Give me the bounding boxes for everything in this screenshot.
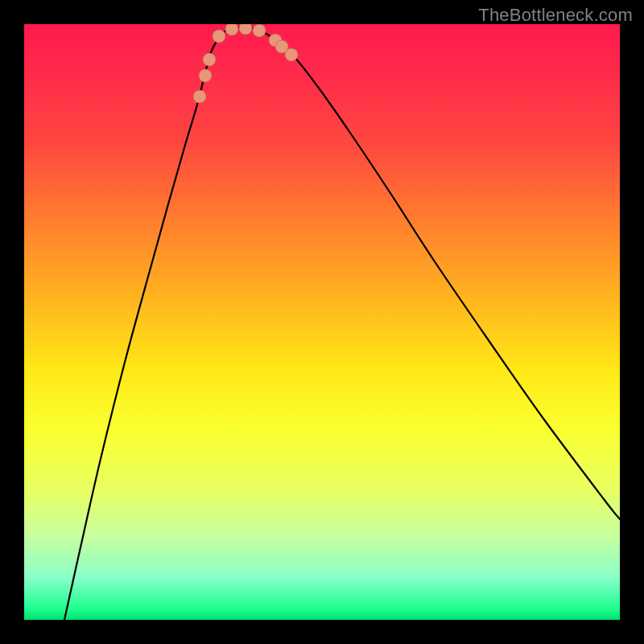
marker-dot <box>199 69 212 82</box>
marker-group <box>193 24 298 103</box>
curve-layer <box>24 24 620 620</box>
marker-dot <box>203 53 216 66</box>
marker-dot <box>285 48 298 61</box>
marker-dot <box>213 30 225 43</box>
marker-dot <box>253 24 266 37</box>
bottleneck-curve-path <box>64 27 620 620</box>
marker-dot <box>239 24 252 35</box>
marker-dot <box>225 24 238 35</box>
marker-dot <box>193 90 206 103</box>
chart-stage: TheBottleneck.com <box>0 0 644 644</box>
watermark-text: TheBottleneck.com <box>478 5 633 26</box>
plot-area <box>24 24 620 620</box>
